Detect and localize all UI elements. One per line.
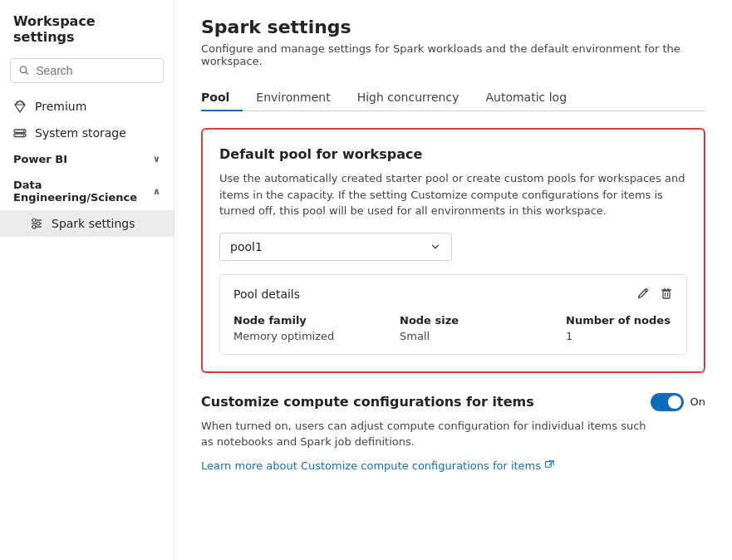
adjust-icon [30, 217, 43, 230]
col-value-node-family: Memory optimized [233, 330, 400, 342]
svg-point-15 [32, 225, 36, 228]
toggle-switch[interactable] [651, 393, 684, 411]
tab-automatic-log[interactable]: Automatic log [472, 84, 580, 111]
external-link-icon [544, 460, 554, 470]
pool-section-heading: Default pool for workspace [219, 146, 687, 162]
col-value-num-nodes: 1 [566, 330, 673, 342]
pool-dropdown-value: pool1 [230, 240, 263, 253]
tabs: Pool Environment High concurrency Automa… [201, 84, 705, 111]
sidebar-sub-item-label: Spark settings [52, 217, 135, 230]
section-label: Power BI [13, 153, 67, 165]
chevron-down-icon: ∨ [153, 154, 160, 165]
learn-more-link[interactable]: Learn more about Customize compute confi… [201, 459, 554, 472]
diamond-icon [13, 100, 27, 113]
toggle-area: On [651, 393, 705, 411]
svg-line-1 [26, 72, 28, 75]
delete-icon[interactable] [660, 287, 673, 302]
page-description: Configure and manage settings for Spark … [201, 42, 705, 67]
sidebar-section-data-engineering[interactable]: Data Engineering/Science ∧ [0, 172, 174, 210]
col-header-node-size: Node size [400, 314, 566, 327]
pool-details-box: Pool details [219, 274, 687, 355]
learn-more-text: Learn more about Customize compute confi… [201, 459, 541, 472]
svg-point-13 [32, 219, 36, 222]
sidebar-title: Workspace settings [0, 13, 174, 58]
search-input[interactable] [36, 64, 155, 77]
pool-table: Node family Node size Number of nodes Me… [233, 314, 673, 342]
sidebar-item-premium[interactable]: Premium [0, 93, 174, 120]
search-icon [19, 65, 29, 76]
chevron-up-icon: ∧ [153, 186, 160, 197]
toggle-label: On [690, 395, 705, 408]
svg-point-8 [23, 130, 25, 132]
sidebar-item-label: System storage [35, 126, 126, 140]
main-content: Spark settings Configure and manage sett… [174, 0, 732, 560]
pool-details-actions [636, 287, 673, 302]
tab-environment[interactable]: Environment [243, 84, 343, 111]
compute-section: Customize compute configurations for ite… [201, 393, 705, 472]
svg-point-9 [23, 135, 25, 136]
svg-point-14 [37, 222, 40, 225]
chevron-down-icon [430, 241, 441, 253]
section-label: Data Engineering/Science [13, 179, 153, 204]
col-header-node-family: Node family [233, 314, 400, 327]
sidebar-item-system-storage[interactable]: System storage [0, 120, 174, 146]
sidebar-item-spark-settings[interactable]: Spark settings [0, 210, 174, 237]
sidebar-section-power-bi[interactable]: Power BI ∨ [0, 146, 174, 172]
storage-icon [13, 126, 27, 140]
page-title: Spark settings [201, 17, 705, 37]
compute-section-title: Customize compute configurations for ite… [201, 394, 534, 410]
search-box[interactable] [10, 58, 164, 83]
svg-line-16 [645, 290, 646, 292]
col-value-node-size: Small [400, 330, 566, 342]
col-header-num-nodes: Number of nodes [566, 314, 673, 327]
tab-high-concurrency[interactable]: High concurrency [344, 84, 473, 111]
tab-pool[interactable]: Pool [201, 84, 243, 111]
pool-details-title: Pool details [233, 287, 300, 301]
pool-section-description: Use the automatically created starter po… [219, 170, 687, 219]
compute-description: When turned on, users can adjust compute… [201, 418, 650, 450]
svg-rect-17 [663, 291, 670, 298]
pool-dropdown[interactable]: pool1 [219, 233, 452, 261]
default-pool-section: Default pool for workspace Use the autom… [201, 128, 705, 373]
sidebar-item-label: Premium [35, 100, 86, 113]
edit-icon[interactable] [636, 287, 650, 302]
sidebar: Workspace settings Premium [0, 0, 174, 560]
